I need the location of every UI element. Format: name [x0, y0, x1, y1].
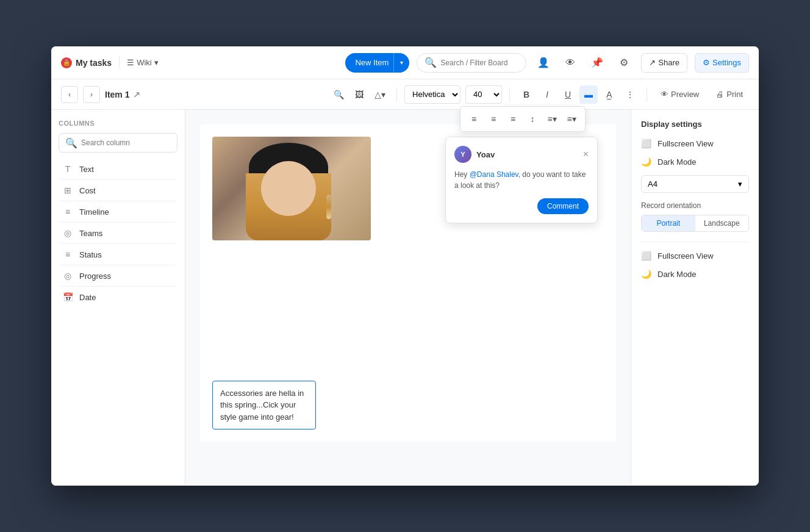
preview-label: Preview	[671, 90, 699, 99]
comment-mention: @Dana Shalev	[470, 170, 518, 179]
status-column-icon: ≡	[62, 249, 73, 260]
next-item-button[interactable]: ›	[83, 86, 100, 103]
top-nav: 🔒 My tasks ☰ Wiki ▾ New Item ▾ 🔍 👤 👁 📌 ⚙…	[51, 46, 759, 79]
list-button[interactable]: ≡▾	[543, 110, 561, 128]
pin-icon-btn[interactable]: 📌	[587, 53, 607, 73]
wiki-label: Wiki	[137, 58, 152, 67]
wiki-chevron: ▾	[154, 58, 159, 67]
new-item-button[interactable]: New Item ▾	[345, 53, 409, 73]
timeline-column-icon: ≡	[62, 206, 73, 217]
image-button[interactable]: 🖼	[350, 85, 368, 104]
settings-label: Settings	[712, 58, 741, 67]
main-content: Columns 🔍 T Text ⊞ Cost ≡ Timeline ◎ Tea…	[51, 110, 759, 486]
share-label: Share	[658, 58, 679, 67]
darkmode-option[interactable]: 🌙 Dark Mode	[641, 157, 749, 167]
italic-button[interactable]: I	[538, 85, 556, 104]
canvas-text-box[interactable]: Accessories are hella in this spring...C…	[212, 381, 316, 430]
portrait-button[interactable]: Portrait	[642, 215, 695, 231]
highlight-button[interactable]: ▬	[579, 85, 598, 104]
progress-column-label: Progress	[79, 271, 111, 281]
align-center-button[interactable]: ≡	[485, 110, 502, 128]
comment-avatar: Y	[454, 146, 471, 163]
date-column-label: Date	[79, 293, 96, 302]
tool-group-1: 🔍 🖼 △▾	[329, 85, 389, 104]
comment-user: Y Yoav	[454, 146, 495, 163]
divider-1	[396, 87, 397, 102]
print-label: Print	[726, 90, 743, 99]
zoom-button[interactable]: 🔍	[329, 85, 348, 104]
print-button[interactable]: 🖨 Print	[710, 85, 749, 104]
wiki-nav[interactable]: ☰ Wiki ▾	[127, 58, 159, 67]
nav-separator	[119, 57, 120, 69]
canvas-text: Accessories are hella in this spring...C…	[220, 389, 304, 422]
divider-2	[509, 87, 510, 102]
sidebar: Columns 🔍 T Text ⊞ Cost ≡ Timeline ◎ Tea…	[51, 110, 185, 486]
my-tasks-label: My tasks	[76, 58, 112, 68]
comment-header: Y Yoav ×	[454, 146, 589, 163]
fullscreen-label-2: Fullscreen View	[658, 251, 714, 261]
preview-button[interactable]: 👁 Preview	[654, 85, 705, 104]
fullscreen-option-2[interactable]: ⬜ Fullscreen View	[641, 251, 749, 261]
fullscreen-option[interactable]: ⬜ Fullscreen View	[641, 138, 749, 148]
color-button[interactable]: A̲	[600, 85, 618, 104]
paper-size-chevron: ▾	[738, 179, 742, 189]
align-height-button[interactable]: ↕	[524, 110, 541, 128]
darkmode-icon: 🌙	[641, 157, 651, 167]
comment-popup: Y Yoav × Hey @Dana Shalev, do you want t…	[445, 137, 598, 223]
share-button[interactable]: ↗ Share	[641, 53, 687, 73]
preview-icon: 👁	[661, 90, 668, 99]
orientation-toggle: Portrait Landscape	[641, 215, 749, 232]
date-column-icon: 📅	[62, 292, 73, 303]
right-panel: Display settings ⬜ Fullscreen View 🌙 Dar…	[631, 110, 759, 486]
paper-size-select[interactable]: A4 ▾	[641, 175, 749, 193]
status-column-label: Status	[79, 250, 102, 259]
column-item-date[interactable]: 📅 Date	[59, 287, 177, 307]
divider-3	[647, 87, 647, 102]
column-item-progress[interactable]: ◎ Progress	[59, 265, 177, 287]
earring-element	[326, 195, 331, 219]
comment-submit-button[interactable]: Comment	[537, 198, 589, 214]
darkmode-label-2: Dark Mode	[658, 270, 697, 279]
column-item-status[interactable]: ≡ Status	[59, 244, 177, 265]
search-column-box[interactable]: 🔍	[59, 133, 177, 153]
align-left-button[interactable]: ≡	[465, 110, 482, 128]
align-right-button[interactable]: ≡	[504, 110, 521, 128]
eye-icon-btn[interactable]: 👁	[561, 53, 580, 73]
orientation-label: Record orientation	[641, 201, 749, 210]
column-item-timeline[interactable]: ≡ Timeline	[59, 201, 177, 223]
darkmode-option-2[interactable]: 🌙 Dark Mode	[641, 269, 749, 279]
filter-icon-btn[interactable]: ⚙	[614, 53, 634, 73]
search-input[interactable]	[440, 59, 518, 67]
underline-button[interactable]: U	[559, 85, 577, 104]
expand-icon[interactable]: ↗	[133, 90, 140, 99]
center-content: 📍 Accessories are hella in this spring..…	[185, 110, 631, 486]
bold-button[interactable]: B	[517, 85, 536, 104]
search-column-input[interactable]	[81, 138, 171, 147]
column-item-text[interactable]: T Text	[59, 159, 177, 180]
comment-close-button[interactable]: ×	[583, 149, 589, 160]
column-item-cost[interactable]: ⊞ Cost	[59, 180, 177, 201]
print-icon: 🖨	[716, 90, 724, 99]
alignment-popup: ≡ ≡ ≡ ↕ ≡▾ ≡▾	[460, 106, 586, 132]
prev-item-button[interactable]: ‹	[61, 86, 78, 103]
column-item-teams[interactable]: ◎ Teams	[59, 223, 177, 244]
landscape-button[interactable]: Landscape	[695, 215, 749, 231]
settings-button[interactable]: ⚙ Settings	[695, 53, 749, 73]
fullscreen-icon-2: ⬜	[641, 251, 651, 261]
search-bar[interactable]: 🔍	[417, 53, 526, 73]
comment-username: Yoav	[476, 150, 495, 159]
more-button[interactable]: ⋮	[621, 85, 639, 104]
cost-column-icon: ⊞	[62, 185, 73, 196]
toolbar: ‹ › Item 1 ↗ 🔍 🖼 △▾ Helvetica 40 B I U ▬…	[51, 79, 759, 110]
font-family-select[interactable]: Helvetica	[404, 85, 461, 104]
shapes-button[interactable]: △▾	[371, 85, 389, 104]
columns-title: Columns	[59, 120, 177, 127]
cost-column-label: Cost	[79, 186, 96, 195]
font-size-select[interactable]: 40	[465, 85, 502, 104]
new-item-label: New Item	[355, 58, 393, 67]
line-height-button[interactable]: ≡▾	[563, 110, 580, 128]
user-icon-btn[interactable]: 👤	[534, 53, 553, 73]
panel-title: Display settings	[641, 120, 749, 129]
panel-divider	[641, 242, 749, 242]
darkmode-label: Dark Mode	[658, 157, 697, 167]
